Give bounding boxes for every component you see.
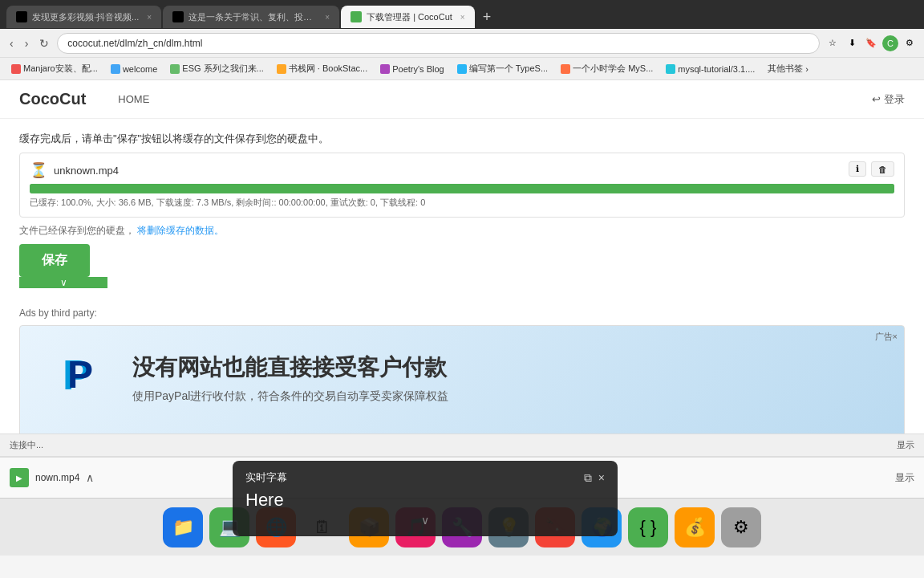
url-bar[interactable]: cococut.net/dlm/zh_cn/dlm.html — [57, 33, 820, 54]
tab-close-2[interactable]: × — [325, 13, 330, 22]
saved-notice: 文件已经保存到您的硬盘， 将删除缓存的数据。 — [19, 224, 905, 238]
delete-button[interactable]: 🗑 — [871, 161, 894, 177]
tab-close-3[interactable]: × — [460, 13, 465, 22]
settings-icon[interactable]: ⚙ — [902, 35, 918, 51]
item-actions: ℹ 🗑 — [849, 161, 894, 177]
extension-icon[interactable]: C — [882, 35, 898, 51]
bookmark-more[interactable]: 其他书签 › — [763, 61, 813, 76]
bookmark-label-more: 其他书签 — [768, 63, 803, 75]
subtitle-title-label: 实时字幕 — [245, 470, 287, 485]
back-button[interactable]: ‹ — [6, 35, 17, 51]
ad-headline: 没有网站也能直接接受客户付款 — [132, 352, 448, 383]
download-item-header: ⏳ unknown.mp4 — [30, 161, 894, 179]
bookmark-bookstack[interactable]: 书栈网 · BookStac... — [272, 61, 372, 76]
dock-code-icon[interactable]: { } — [628, 507, 668, 547]
site-header: CocoCut HOME ↩ 登录 — [0, 80, 924, 119]
subtitle-expand-button[interactable]: ⧉ — [584, 471, 592, 485]
bookmark-types[interactable]: 编写第一个 TypeS... — [452, 61, 553, 76]
subtitle-controls: ⧉ × — [584, 471, 605, 485]
tab-close-1[interactable]: × — [147, 13, 152, 22]
saved-link[interactable]: 将删除缓存的数据。 — [137, 225, 224, 236]
subtitle-close-button[interactable]: × — [598, 471, 605, 485]
bookmark-label-mysql1: 一个小时学会 MyS... — [573, 63, 653, 75]
show-downloads-button[interactable]: 显示 — [895, 471, 914, 485]
ad-container: 广告× P P 没有网站也能直接接受客户付款 使用PayPal进行收付款，符合条… — [19, 325, 905, 434]
status-connecting: 连接中... — [10, 439, 43, 451]
tab-bar: 发现更多彩视频·抖音视频... × 这是一条关于常识、复利、投资... × 下载… — [0, 0, 924, 29]
status-bar: 连接中... 显示 — [0, 434, 924, 456]
download-item: ⏳ unknown.mp4 ℹ 🗑 已缓存: 100.0%, 大小: 36.6 … — [19, 153, 905, 218]
bookmark-manjaro[interactable]: Manjaro安装、配... — [6, 61, 103, 76]
bookmark-esg[interactable]: ESG 系列之我们来... — [165, 61, 268, 76]
tab-title-3: 下载管理器 | CocoCut — [367, 11, 452, 23]
bookmark-label-welcome: welcome — [123, 64, 157, 74]
bookmarks-bar: Manjaro安装、配... welcome ESG 系列之我们来... 书栈网… — [0, 58, 924, 80]
bookmark-favicon-mysql1 — [561, 64, 570, 74]
bookmark-favicon-bookstack — [277, 64, 286, 74]
bookmark-label-esg: ESG 系列之我们来... — [182, 63, 263, 75]
info-icon: ℹ — [856, 164, 859, 174]
nav-home[interactable]: HOME — [118, 93, 149, 105]
progress-text: 已缓存: 100.0%, 大小: 36.6 MB, 下载速度: 7.3 MB/s… — [30, 197, 894, 209]
progress-bar — [30, 184, 894, 193]
download-file-item: ▶ nown.mp4 ∧ — [10, 468, 94, 487]
bookmark-favicon-types — [457, 64, 467, 74]
login-button[interactable]: ↩ 登录 — [872, 92, 905, 107]
show-all-label[interactable]: 显示 — [897, 439, 914, 451]
dock-finder-icon[interactable]: 📁 — [163, 507, 203, 547]
bookmark-label-poetry: Poetry's Blog — [392, 64, 444, 74]
tab-favicon-1 — [16, 11, 27, 22]
file-icon: ▶ — [10, 468, 29, 487]
ad-close-mark[interactable]: 广告× — [875, 331, 898, 343]
bookmark-mysql1[interactable]: 一个小时学会 MyS... — [556, 61, 658, 76]
tab-favicon-3 — [351, 11, 362, 22]
tab-2[interactable]: 这是一条关于常识、复利、投资... × — [163, 6, 339, 28]
new-tab-button[interactable]: + — [476, 9, 498, 26]
tab-favicon-2 — [172, 11, 184, 22]
bookmark-poetry[interactable]: Poetry's Blog — [375, 63, 448, 75]
bookmark-mysql2[interactable]: mysql-tutorial/3.1.... — [661, 63, 760, 75]
bookmark-welcome[interactable]: welcome — [106, 63, 162, 75]
star-icon[interactable]: ☆ — [825, 35, 841, 51]
toolbar-icons: ☆ ⬇ 🔖 C ⚙ — [825, 35, 918, 51]
bookmark-label-types: 编写第一个 TypeS... — [469, 63, 548, 75]
filename-label: unknown.mp4 — [54, 165, 119, 177]
dock-system-icon[interactable]: ⚙ — [721, 507, 761, 547]
paypal-logo: P P — [52, 350, 108, 406]
save-button-container: 保存 ∨ — [19, 244, 905, 288]
page-content: CocoCut HOME ↩ 登录 缓存完成后，请单击"保存"按钮以将缓存的文件… — [0, 80, 924, 434]
bookmark-icon[interactable]: 🔖 — [863, 35, 879, 51]
site-nav: HOME — [118, 93, 149, 105]
bookmark-label-manjaro: Manjaro安装、配... — [23, 63, 98, 75]
save-chevron[interactable]: ∨ — [19, 277, 107, 288]
download-filename: nown.mp4 — [35, 472, 79, 483]
saved-text: 文件已经保存到您的硬盘， — [19, 225, 135, 236]
site-logo: CocoCut — [19, 90, 86, 108]
ad-subtext: 使用PayPal进行收付款，符合条件的交易自动享受卖家保障权益 — [132, 389, 448, 404]
ad-inner: P P 没有网站也能直接接受客户付款 使用PayPal进行收付款，符合条件的交易… — [20, 326, 904, 430]
download-expand-icon[interactable]: ∧ — [86, 471, 94, 484]
bookmark-favicon-manjaro — [11, 64, 21, 74]
tab-1[interactable]: 发现更多彩视频·抖音视频... × — [6, 6, 161, 28]
subtitle-header: 实时字幕 ⧉ × — [245, 470, 605, 485]
ads-label: Ads by third party: — [0, 301, 924, 325]
subtitle-chevron[interactable]: ∨ — [245, 514, 605, 527]
svg-text:P: P — [67, 354, 93, 396]
forward-button[interactable]: › — [22, 35, 32, 51]
refresh-button[interactable]: ↻ — [36, 35, 52, 51]
bookmark-favicon-welcome — [111, 64, 120, 74]
info-button[interactable]: ℹ — [849, 161, 866, 177]
dock-pay-icon[interactable]: 💰 — [675, 507, 715, 547]
progress-bar-container — [30, 184, 894, 193]
delete-icon: 🗑 — [878, 165, 887, 174]
notice-text: 缓存完成后，请单击"保存"按钮以将缓存的文件保存到您的硬盘中。 — [19, 132, 905, 146]
bookmark-favicon-mysql2 — [666, 64, 675, 74]
subtitle-text: Here — [245, 490, 605, 511]
tab-title-2: 这是一条关于常识、复利、投资... — [188, 11, 317, 23]
url-text: cococut.net/dlm/zh_cn/dlm.html — [67, 38, 202, 49]
tab-3[interactable]: 下载管理器 | CocoCut × — [341, 6, 475, 28]
save-button[interactable]: 保存 — [19, 244, 90, 277]
login-label: 登录 — [884, 93, 905, 105]
subtitle-overlay: 实时字幕 ⧉ × Here ∨ — [233, 461, 618, 536]
download-icon[interactable]: ⬇ — [844, 35, 860, 51]
